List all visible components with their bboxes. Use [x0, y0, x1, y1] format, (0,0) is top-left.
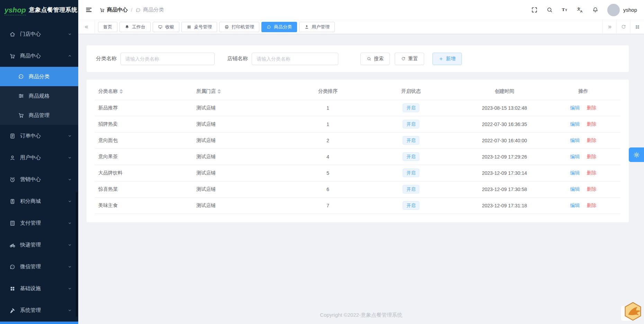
- tab[interactable]: 用户管理: [299, 22, 335, 32]
- tab[interactable]: 首页: [98, 22, 117, 32]
- sidebar-item[interactable]: 积分商城: [0, 190, 78, 212]
- bell-icon[interactable]: [592, 7, 599, 13]
- tabs-scroll-right-button[interactable]: [602, 20, 616, 34]
- add-button[interactable]: 新增: [432, 53, 462, 65]
- cell-sort: 2: [297, 132, 359, 148]
- sidebar-item-label: 商品规格: [29, 93, 72, 99]
- category-name-input[interactable]: [120, 53, 215, 65]
- download-manager-bird-icon[interactable]: [622, 300, 644, 323]
- sidebar-item[interactable]: 商品分类: [0, 67, 78, 86]
- delete-link[interactable]: 删除: [587, 154, 596, 159]
- tab[interactable]: 打印机管理: [219, 22, 259, 32]
- breadcrumb-separator: /: [131, 7, 132, 13]
- search-button[interactable]: 搜索: [360, 53, 390, 65]
- tab-label: 首页: [103, 24, 112, 30]
- cell-actions: 编辑 删除: [546, 181, 620, 197]
- sidebar-item[interactable]: 商品规格: [0, 86, 78, 106]
- tabs-scroll-left-button[interactable]: [78, 20, 95, 34]
- delete-link[interactable]: 删除: [587, 137, 596, 143]
- gear-icon: [633, 151, 640, 159]
- cell-shop: 测试店铺: [193, 148, 297, 165]
- sidebar-scrollbar[interactable]: [76, 192, 78, 317]
- edit-link[interactable]: 编辑: [570, 186, 580, 192]
- svg-text:T: T: [562, 7, 565, 12]
- edit-link[interactable]: 编辑: [570, 137, 580, 143]
- delete-link[interactable]: 删除: [587, 170, 596, 176]
- cell-shop: 测试店铺: [193, 197, 297, 214]
- column-header-label: 分类名称: [98, 88, 118, 94]
- cell-created: 2023-12-09 17:31:18: [463, 197, 546, 214]
- column-header: 开启状态: [359, 83, 463, 100]
- cell-status: 开启: [359, 132, 463, 148]
- edit-link[interactable]: 编辑: [570, 170, 580, 176]
- user-menu[interactable]: yshop: [607, 4, 637, 16]
- sidebar-item[interactable]: 门店中心: [0, 23, 78, 45]
- grid-icon: [9, 286, 16, 292]
- sidebar-item[interactable]: 系统管理: [0, 299, 78, 321]
- sidebar-item[interactable]: 快递管理: [0, 234, 78, 256]
- grid-icon: [635, 24, 640, 30]
- sidebar-item[interactable]: 基础设施: [0, 278, 78, 299]
- hamburger-icon[interactable]: [85, 6, 92, 14]
- tab[interactable]: 工作台: [119, 22, 151, 32]
- edit-link[interactable]: 编辑: [570, 105, 580, 110]
- column-header-label: 操作: [579, 88, 588, 94]
- chevron-down-icon: [68, 264, 72, 269]
- sidebar-item[interactable]: 营销中心: [0, 169, 78, 190]
- cell-shop: 测试店铺: [193, 165, 297, 181]
- refresh-icon: [401, 56, 406, 61]
- column-header: 创建时间: [463, 83, 546, 100]
- sidebar-item[interactable]: 商品管理: [0, 106, 78, 125]
- logo-mark: yshop: [5, 6, 26, 14]
- sidebar-item[interactable]: 用户中心: [0, 147, 78, 169]
- cell-created: 2023-12-09 17:30:14: [463, 165, 546, 181]
- status-badge: 开启: [403, 104, 419, 112]
- cell-sort: 7: [297, 197, 359, 214]
- column-header-label: 分类排序: [318, 88, 338, 94]
- fullscreen-icon[interactable]: [531, 7, 538, 13]
- delete-link[interactable]: 删除: [587, 186, 596, 192]
- cart-icon: [18, 112, 24, 118]
- translate-icon[interactable]: 文A: [577, 7, 583, 13]
- cell-created: 2023-08-15 13:02:48: [463, 100, 546, 116]
- table-row: 美味主食 测试店铺 7 开启 2023-12-09 17:31:18 编辑 删除: [95, 197, 620, 214]
- app-logo[interactable]: yshop 意象点餐管理系统: [0, 0, 78, 20]
- tab[interactable]: 商品分类: [261, 22, 297, 32]
- sidebar: yshop 意象点餐管理系统 门店中心 商品中心 商品分类: [0, 0, 78, 324]
- column-header-label: 开启状态: [401, 88, 421, 94]
- column-header: 操作: [546, 83, 620, 100]
- cell-created: 2022-07-30 16:40:00: [463, 132, 546, 148]
- cell-status: 开启: [359, 116, 463, 132]
- cell-category-name: 美味主食: [95, 197, 193, 214]
- delete-link[interactable]: 删除: [587, 121, 596, 127]
- tab[interactable]: 桌号管理: [181, 22, 217, 32]
- delete-link[interactable]: 删除: [587, 105, 596, 110]
- tab-label: 工作台: [132, 24, 145, 30]
- edit-link[interactable]: 编辑: [570, 154, 580, 159]
- sidebar-item[interactable]: 订单中心: [0, 125, 78, 147]
- tab[interactable]: 收银: [153, 22, 179, 32]
- sidebar-item[interactable]: 支付管理: [0, 212, 78, 234]
- chevron-down-icon: [68, 243, 72, 247]
- reset-button[interactable]: 重置: [395, 53, 424, 65]
- tabs-options-button[interactable]: [630, 20, 644, 34]
- breadcrumb-section[interactable]: 商品中心: [99, 7, 128, 13]
- shop-name-input[interactable]: [252, 53, 338, 65]
- settings-fab[interactable]: [629, 147, 644, 162]
- table-header-row: 分类名称 所属门店: [95, 83, 620, 100]
- search-icon[interactable]: [546, 7, 553, 13]
- cell-category-name: 意向面包: [95, 132, 193, 148]
- delete-link[interactable]: 删除: [587, 202, 596, 208]
- column-header: 分类名称: [95, 83, 193, 100]
- tabs-refresh-button[interactable]: [616, 20, 630, 34]
- font-size-icon[interactable]: TT: [562, 7, 568, 13]
- header-actions: TT 文A yshop: [531, 4, 637, 16]
- edit-link[interactable]: 编辑: [570, 202, 580, 208]
- edit-link[interactable]: 编辑: [570, 121, 580, 127]
- sidebar-item[interactable]: 微信管理: [0, 256, 78, 278]
- chat-icon: [18, 73, 24, 80]
- sort-carets-icon[interactable]: [217, 89, 221, 94]
- cell-sort: 5: [297, 165, 359, 181]
- sidebar-item[interactable]: 商品中心: [0, 45, 78, 67]
- sort-carets-icon[interactable]: [119, 89, 123, 94]
